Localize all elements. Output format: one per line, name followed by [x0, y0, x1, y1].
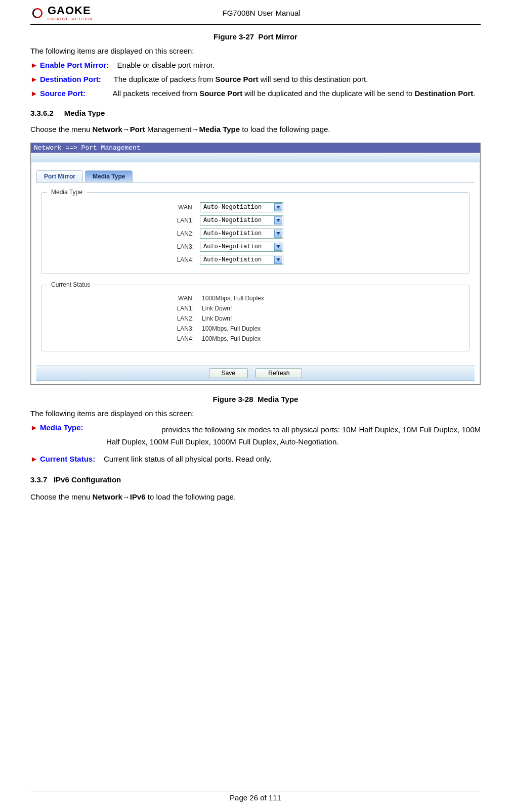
chevron-down-icon	[274, 203, 282, 211]
status-lan2-value: Link Down!	[200, 315, 232, 322]
status-wan-value: 1000Mbps, Full Duplex	[200, 295, 264, 302]
status-lan1-label: LAN1:	[42, 305, 200, 312]
media-lan3-select[interactable]: Auto-Negotiation	[200, 242, 283, 252]
logo-tagline: CREATIVE SOLUTION	[48, 17, 93, 21]
ipv6-menu-path: Choose the menu Network→IPv6 to load the…	[30, 491, 481, 503]
media-wan-select[interactable]: Auto-Negotiation	[200, 202, 283, 212]
current-status-group: Current Status WAN: 1000Mbps, Full Duple…	[41, 281, 470, 351]
tab-port-mirror[interactable]: Port Mirror	[36, 170, 83, 182]
chevron-down-icon	[274, 243, 282, 251]
page-footer: Page 26 of 111	[0, 791, 511, 802]
status-lan4-value: 100Mbps, Full Duplex	[200, 335, 261, 342]
status-lan4-label: LAN4:	[42, 335, 200, 342]
save-button[interactable]: Save	[209, 368, 248, 378]
media-type-group: Media Type WAN: Auto-Negotiation LAN1: A…	[41, 189, 470, 274]
doc-title: FG7008N User Manual	[93, 9, 481, 17]
figure-28-caption: Figure 3-28 Media Type	[30, 395, 481, 403]
media-lan1-label: LAN1:	[42, 217, 200, 224]
chevron-down-icon	[274, 230, 282, 238]
section-media-type-heading: 3.3.6.2 Media Type	[30, 109, 481, 117]
current-status-legend: Current Status	[47, 281, 94, 288]
section-ipv6-heading: 3.3.7 IPv6 Configuration	[30, 475, 481, 484]
chevron-down-icon	[274, 216, 282, 224]
media-type-menu-path: Choose the menu Network→Port Management→…	[30, 123, 481, 136]
page-number: Page 26 of 111	[0, 793, 511, 802]
media-wan-label: WAN:	[42, 204, 200, 211]
media-lan2-label: LAN2:	[42, 230, 200, 237]
breadcrumb: Network ==> Port Management	[31, 143, 480, 153]
logo: GAOKE CREATIVE SOLUTION	[30, 5, 93, 21]
logo-text: GAOKE	[48, 5, 93, 16]
media-lan4-label: LAN4:	[42, 256, 200, 263]
fig27-item-enable: ► Enable Port Mirror: Enable or disable …	[30, 59, 481, 71]
status-lan2-label: LAN2:	[42, 315, 200, 322]
button-row: Save Refresh	[36, 366, 475, 381]
refresh-button[interactable]: Refresh	[256, 368, 302, 378]
fig27-item-destination: ► Destination Port: The duplicate of pac…	[30, 73, 481, 85]
fig27-intro: The following items are displayed on thi…	[30, 45, 481, 57]
chevron-down-icon	[274, 256, 282, 264]
fig28-item-media-desc: ► Media Type: provides the following six…	[106, 424, 481, 448]
media-lan3-label: LAN3:	[42, 243, 200, 250]
media-lan1-select[interactable]: Auto-Negotiation	[200, 215, 283, 225]
fig27-item-source: ► Source Port: All packets received from…	[30, 87, 481, 100]
status-lan3-label: LAN3:	[42, 325, 200, 332]
media-type-screenshot: Network ==> Port Management Port Mirror …	[30, 143, 481, 385]
gradient-divider	[31, 153, 480, 162]
status-lan3-value: 100Mbps, Full Duplex	[200, 325, 261, 332]
media-lan2-select[interactable]: Auto-Negotiation	[200, 229, 283, 239]
figure-27-caption: Figure 3-27 Port Mirror	[30, 32, 481, 41]
logo-icon	[30, 6, 45, 20]
tab-media-type[interactable]: Media Type	[85, 170, 133, 182]
fig28-intro: The following items are displayed on thi…	[30, 408, 481, 420]
header-divider	[30, 24, 481, 25]
fig28-item-status: ► Current Status: Current link status of…	[30, 453, 481, 465]
status-wan-label: WAN:	[42, 295, 200, 302]
media-lan4-select[interactable]: Auto-Negotiation	[200, 255, 283, 265]
media-type-legend: Media Type	[47, 189, 87, 196]
status-lan1-value: Link Down!	[200, 305, 232, 312]
